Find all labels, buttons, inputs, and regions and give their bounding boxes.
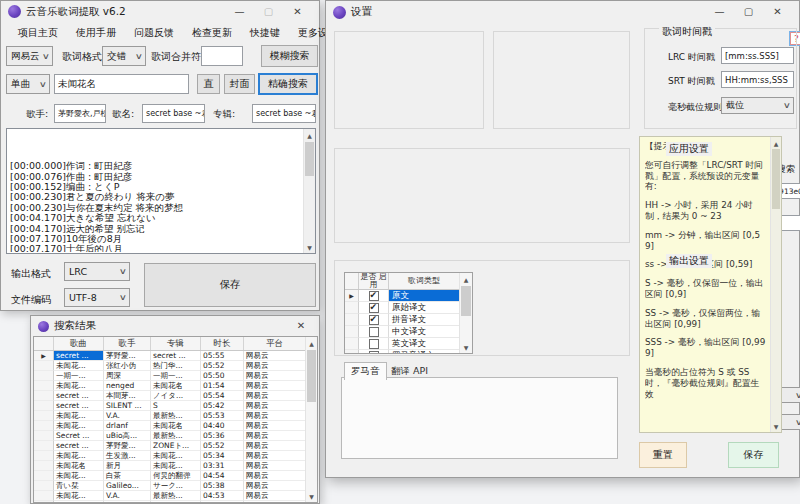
hint-paragraph: S -> 毫秒，仅保留一位，输出区间 [0,9] (645, 278, 768, 300)
lyric-line: [00:07.170]十年后的八月 (10, 244, 301, 252)
results-table-header: 歌曲 歌手 专辑 时长 平台 (34, 337, 317, 351)
hint-scrollbar[interactable]: ▲ ▼ (770, 137, 781, 432)
table-row[interactable]: 青い栞 Galileo... サーク... 05:38 网易云 (34, 481, 317, 491)
column-header-singer[interactable]: 歌手 (104, 337, 151, 350)
settings-titlebar[interactable]: 设置 — ▢ ✕ (326, 1, 799, 23)
album-label: 专辑: (213, 108, 235, 121)
song-input[interactable]: secret base ~君が (142, 104, 205, 123)
grid-row[interactable]: 罗马音译文 (345, 350, 472, 354)
hint-text: 【提示区】您可自行调整「LRC/SRT 时间戳」配置，系统预设的元变量有:HH … (645, 141, 768, 430)
checkbox-icon[interactable] (369, 303, 379, 313)
hint-paragraph: 当毫秒的占位符为 S 或 SS 时，『毫秒截位规则』配置生效 (645, 367, 768, 399)
scroll-up-icon[interactable]: ▲ (304, 129, 315, 141)
grid-row[interactable]: 原文 (345, 290, 472, 302)
exact-search-button[interactable]: 精确搜索 (258, 73, 318, 95)
table-row[interactable]: 未闻花... 张红小伪 热门华... 05:52 网易云 (34, 361, 317, 371)
output-format-select[interactable]: LRC∨ (64, 262, 130, 281)
singer-label: 歌手: (26, 108, 48, 121)
menu-item[interactable]: 使用手册 (67, 23, 125, 42)
cover-button[interactable]: 封面 (224, 74, 255, 94)
app-icon (333, 6, 346, 19)
grid-row[interactable]: 中文译文 (345, 326, 472, 338)
column-header-platform[interactable]: 平台 (244, 337, 306, 350)
search-type-select[interactable]: 单曲∨ (6, 74, 50, 94)
table-row[interactable]: 未闻花... 白茶 何炅的翻弹 04:54 网易云 (34, 471, 317, 481)
lyrics-scrollbar[interactable]: ▲ ▼ (303, 129, 315, 253)
minimize-icon[interactable]: — (225, 2, 254, 22)
lyric-format-select[interactable]: 交错∨ (102, 46, 146, 66)
encoding-select[interactable]: UTF-8∨ (64, 288, 130, 307)
checkbox-icon[interactable] (369, 339, 379, 349)
table-row[interactable]: 未闻花... V.A. 最新热... 04:53 网易云 (34, 491, 317, 501)
scroll-down-icon[interactable]: ▼ (306, 490, 317, 502)
keyword-input[interactable]: 未闻花名 (54, 74, 189, 94)
grid-row[interactable]: 原始译文 (345, 302, 472, 314)
table-row[interactable]: Secret ... uBio高... 最新热... 05:36 网易云 (34, 431, 317, 441)
close-icon[interactable]: ✕ (763, 2, 792, 22)
save-lyrics-button[interactable]: 保存 (144, 263, 316, 307)
table-row[interactable]: 未闻花... 生发激... 未闻花... 05:34 网易云 (34, 451, 317, 461)
column-header-song[interactable]: 歌曲 (54, 337, 104, 350)
checkbox-icon[interactable] (369, 291, 379, 301)
results-window-title: 搜索结果 (54, 319, 96, 333)
romaji-tab-panel (341, 377, 618, 459)
table-row[interactable]: secret ... 茅野愛... ZONEト... 05:52 网易云 (34, 441, 317, 451)
maximize-icon[interactable]: ▢ (734, 2, 763, 22)
table-row[interactable]: 未闻花... nenged 未闻花名 01:54 网易云 (34, 381, 317, 391)
menu-item[interactable]: 检查更新 (183, 23, 241, 42)
grid-row[interactable]: 英文译文 (345, 338, 472, 350)
close-icon[interactable]: ✕ (283, 2, 312, 22)
scroll-up-icon[interactable]: ▲ (306, 337, 317, 349)
hint-paragraph: SSS -> 毫秒，输出区间 [0,999] (645, 337, 768, 359)
checkbox-icon[interactable] (369, 327, 379, 337)
table-row[interactable]: secret ... SILENT ... S 05:42 网易云 (34, 401, 317, 411)
chevron-down-icon: ∨ (119, 267, 127, 276)
table-row[interactable]: 未闻花... V.A. 最新热... 05:53 网易云 (34, 411, 317, 421)
menu-item[interactable]: 快捷键 (241, 23, 289, 42)
results-titlebar[interactable]: 搜索结果 ✕ (31, 316, 319, 336)
results-scrollbar[interactable]: ▲ ▼ (305, 337, 317, 502)
scroll-up-icon[interactable]: ▲ (460, 273, 472, 285)
tab-romaji[interactable]: 罗马音 (344, 362, 387, 380)
table-row[interactable]: 未闻花... drlanf 未闻花名 04:40 网易云 (34, 421, 317, 431)
grid-scrollbar[interactable]: ▲ ▼ (459, 273, 472, 353)
song-label: 歌名: (112, 108, 134, 121)
checkbox-icon[interactable] (369, 351, 379, 355)
table-row[interactable]: secret ... 本間芽... ノイタ... 05:54 网易云 (34, 391, 317, 401)
singer-input[interactable]: 茅野愛衣,戸松遥 (54, 104, 106, 123)
merge-symbol-input[interactable] (201, 46, 243, 66)
close-icon[interactable]: ✕ (290, 316, 312, 336)
minimize-icon[interactable]: — (705, 2, 734, 22)
table-row[interactable]: secret ... 茅野愛... secret ... 05:55 网易云 (34, 351, 317, 361)
lyrics-textbox[interactable]: [00:00.000]作词 : 町田紀彦[00:00.076]作曲 : 町田紀彦… (6, 128, 316, 254)
main-titlebar[interactable]: 云音乐歌词提取 v6.2 — ▢ ✕ (1, 1, 319, 22)
column-header-duration[interactable]: 时长 (201, 337, 244, 350)
table-row[interactable]: 未闻花名 新月 未闻花... 03:31 网易云 (34, 461, 317, 471)
album-input[interactable]: secret base ~君 (252, 104, 316, 123)
direct-button[interactable]: 直 (197, 74, 220, 94)
fuzzy-search-button[interactable]: 模糊搜索 (261, 45, 318, 67)
grid-selector-header (345, 273, 359, 289)
output-format-label: 输出格式 (11, 267, 51, 281)
settings-save-button[interactable]: 保存 (728, 442, 779, 468)
main-window: 云音乐歌词提取 v6.2 — ▢ ✕ 项目主页使用手册问题反馈检查更新快捷键更多… (0, 0, 320, 311)
scroll-down-icon[interactable]: ▼ (771, 420, 781, 432)
chevron-down-icon: ∨ (795, 418, 800, 427)
app-settings-group (334, 148, 630, 243)
menu-item[interactable]: 项目主页 (9, 23, 67, 42)
reset-button[interactable]: 重置 (639, 442, 687, 468)
column-header-album[interactable]: 专辑 (151, 337, 201, 350)
table-row[interactable]: 一期一... 周深 一期一... 05:50 网易云 (34, 371, 317, 381)
scroll-down-icon[interactable]: ▼ (304, 241, 315, 253)
scroll-down-icon[interactable]: ▼ (460, 341, 472, 353)
menu-item[interactable]: 问题反馈 (125, 23, 183, 42)
maximize-icon: ▢ (254, 2, 283, 22)
scroll-up-icon[interactable]: ▲ (771, 137, 781, 149)
source-select[interactable]: 网易云∨ (6, 46, 53, 66)
lyric-format-label: 歌词格式 (62, 50, 102, 64)
checkbox-icon[interactable] (369, 315, 379, 325)
chevron-down-icon: ∨ (135, 52, 143, 61)
table-row[interactable]: secret ... ZONE ZONEト... 04:56 网易云 (34, 501, 317, 503)
grid-row[interactable]: 拼音译文 (345, 314, 472, 326)
grid-body: 原文 原始译文 拼音译文 中文译文 (345, 290, 472, 354)
